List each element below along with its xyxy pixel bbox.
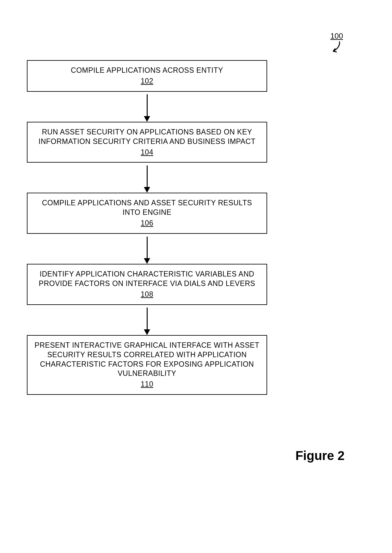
arrow-head-icon [144,258,150,264]
figure-label: Figure 2 [295,449,345,463]
step-number: 102 [141,77,153,86]
arrow-line-icon [147,94,148,119]
arrow-head-icon [144,329,150,335]
reference-number: 100 [330,32,343,40]
step-text: IDENTIFY APPLICATION CHARACTERISTIC VARI… [34,270,260,289]
step-text: RUN ASSET SECURITY ON APPLICATIONS BASED… [34,127,260,146]
arrow-connector [27,234,267,264]
step-box-106: COMPILE APPLICATIONS AND ASSET SECURITY … [27,193,267,234]
arrow-connector [27,305,267,335]
step-number: 110 [141,380,153,389]
arrow-head-icon [144,116,150,122]
arrow-line-icon [147,237,148,261]
step-number: 104 [141,148,153,157]
step-text: PRESENT INTERACTIVE GRAPHICAL INTERFACE … [34,341,260,379]
arrow-connector [27,163,267,193]
step-text: COMPILE APPLICATIONS AND ASSET SECURITY … [34,198,260,217]
flowchart-container: COMPILE APPLICATIONS ACROSS ENTITY 102 R… [27,60,267,395]
step-box-108: IDENTIFY APPLICATION CHARACTERISTIC VARI… [27,264,267,305]
arrow-line-icon [147,308,148,332]
arrow-head-icon [144,187,150,193]
arrow-line-icon [147,165,148,190]
step-box-102: COMPILE APPLICATIONS ACROSS ENTITY 102 [27,60,267,92]
step-box-110: PRESENT INTERACTIVE GRAPHICAL INTERFACE … [27,335,267,395]
step-box-104: RUN ASSET SECURITY ON APPLICATIONS BASED… [27,122,267,163]
arrow-connector [27,92,267,122]
reference-arrow-icon [327,41,342,55]
step-text: COMPILE APPLICATIONS ACROSS ENTITY [34,66,260,75]
step-number: 106 [141,219,153,228]
step-number: 108 [141,290,153,299]
